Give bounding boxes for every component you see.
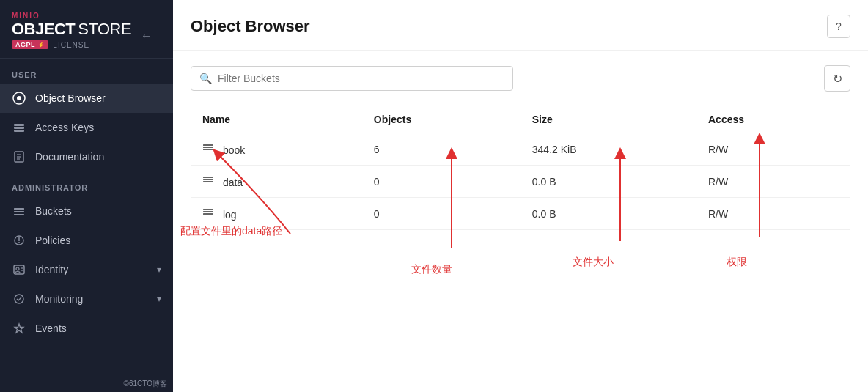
svg-rect-22 (203, 149, 213, 150)
page-header: Object Browser ? (173, 0, 868, 51)
access-keys-label: Access Keys (35, 122, 161, 133)
sidebar-item-policies[interactable]: Policies (0, 226, 173, 255)
policies-icon (12, 233, 26, 248)
help-icon: ? (836, 21, 842, 32)
svg-rect-28 (203, 213, 213, 215)
events-icon (12, 321, 26, 336)
svg-rect-9 (14, 208, 24, 210)
cell-objects: 0 (362, 198, 521, 230)
bucket-table: Name Objects Size Access book 6 (191, 106, 850, 230)
main-body: 🔍 ↻ Name Objects Size Access (173, 51, 868, 392)
cell-size: 0.0 B (521, 198, 696, 230)
sidebar-item-documentation[interactable]: Documentation (0, 142, 173, 171)
documentation-icon (12, 149, 26, 164)
table-row[interactable]: book 6 344.2 KiB R/W (191, 133, 850, 166)
identity-chevron-icon: ▾ (157, 265, 161, 275)
monitoring-label: Monitoring (35, 293, 148, 305)
col-access: Access (696, 106, 850, 133)
cell-name: data (191, 166, 362, 198)
admin-section-label: Administrator (0, 171, 173, 196)
main-content: Object Browser ? 🔍 ↻ Name Objects Size A… (173, 0, 868, 392)
agpl-badge: AGPL ⚡ (12, 40, 48, 49)
table-header-row: Name Objects Size Access (191, 106, 850, 133)
sidebar-item-identity[interactable]: Identity ▾ (0, 255, 173, 284)
monitoring-icon (12, 292, 26, 306)
search-icon: 🔍 (199, 73, 212, 84)
cell-objects: 6 (362, 133, 521, 166)
svg-rect-4 (14, 130, 24, 132)
svg-rect-3 (14, 127, 24, 129)
documentation-label: Documentation (35, 151, 161, 163)
help-button[interactable]: ? (827, 15, 850, 38)
logo-store-text: STORE (78, 20, 131, 39)
svg-rect-20 (203, 144, 213, 146)
svg-rect-23 (203, 177, 213, 178)
cell-access: R/W (696, 198, 850, 230)
monitoring-chevron-icon: ▾ (157, 294, 161, 304)
events-label: Events (35, 322, 161, 334)
policies-label: Policies (35, 234, 161, 246)
logo-area: MINIO OBJECT STORE AGPL ⚡ LICENSE ← (0, 0, 173, 59)
sidebar-item-object-browser[interactable]: Object Browser (0, 84, 173, 113)
buckets-icon (12, 204, 26, 218)
buckets-label: Buckets (35, 205, 161, 217)
refresh-icon: ↻ (833, 72, 842, 86)
sidebar-item-buckets[interactable]: Buckets (0, 196, 173, 226)
object-browser-icon (12, 91, 26, 106)
cell-access: R/W (696, 133, 850, 166)
search-input[interactable] (191, 66, 513, 91)
identity-label: Identity (35, 264, 148, 275)
page-title: Object Browser (191, 17, 310, 36)
bucket-icon (202, 174, 214, 186)
refresh-button[interactable]: ↻ (824, 65, 850, 92)
cell-access: R/W (696, 166, 850, 198)
sidebar-item-monitoring[interactable]: Monitoring ▾ (0, 284, 173, 314)
object-browser-label: Object Browser (35, 92, 161, 104)
license-text: LICENSE (53, 41, 89, 49)
table-row[interactable]: log 0 0.0 B R/W (191, 198, 850, 230)
access-keys-icon (12, 120, 26, 135)
bucket-icon (202, 142, 214, 154)
svg-point-14 (18, 242, 20, 243)
sidebar: MINIO OBJECT STORE AGPL ⚡ LICENSE ← User… (0, 0, 173, 392)
cell-name: book (191, 133, 362, 166)
col-size: Size (521, 106, 696, 133)
svg-rect-2 (14, 124, 24, 126)
table-row[interactable]: data 0 0.0 B R/W (191, 166, 850, 198)
sidebar-item-events[interactable]: Events (0, 314, 173, 343)
cell-size: 344.2 KiB (521, 133, 696, 166)
svg-rect-21 (203, 147, 213, 148)
user-section-label: User (0, 59, 173, 84)
svg-point-1 (17, 96, 21, 100)
collapse-button[interactable]: ← (138, 26, 155, 45)
sidebar-item-access-keys[interactable]: Access Keys (0, 113, 173, 142)
file-count-annotation: 文件数量 (411, 263, 452, 276)
bucket-icon (202, 207, 214, 218)
svg-rect-25 (203, 181, 213, 182)
logo-minio-text: MINIO (12, 12, 161, 20)
svg-rect-10 (14, 211, 24, 212)
file-size-annotation: 文件大小 (573, 256, 614, 269)
cell-objects: 0 (362, 166, 521, 198)
col-objects: Objects (362, 106, 521, 133)
search-wrapper: 🔍 (191, 66, 513, 91)
svg-rect-24 (203, 179, 213, 180)
svg-rect-27 (203, 211, 213, 212)
col-name: Name (191, 106, 362, 133)
svg-rect-11 (14, 214, 24, 215)
cell-size: 0.0 B (521, 166, 696, 198)
logo-object-text: OBJECT (12, 20, 75, 39)
svg-point-19 (15, 295, 23, 303)
watermark: ©61CTO博客 (124, 379, 167, 389)
search-bar-row: 🔍 ↻ (191, 65, 850, 92)
identity-icon (12, 262, 26, 277)
cell-name: log (191, 198, 362, 230)
svg-point-16 (16, 267, 19, 270)
permissions-annotation: 权限 (727, 256, 747, 269)
svg-rect-26 (203, 209, 213, 210)
